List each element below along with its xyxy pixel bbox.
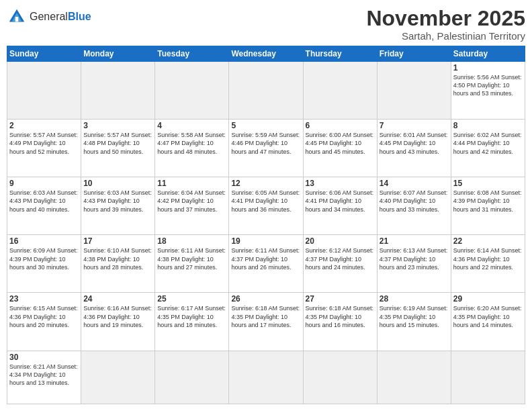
header: GeneralBlue November 2025 Sartah, Palest… xyxy=(7,7,525,42)
day-info: Sunrise: 6:16 AM Sunset: 4:36 PM Dayligh… xyxy=(83,304,152,328)
table-row xyxy=(229,62,303,120)
day-number: 13 xyxy=(306,179,375,188)
day-number: 20 xyxy=(306,236,375,246)
header-friday: Friday xyxy=(377,46,451,62)
table-row xyxy=(81,351,155,404)
day-info: Sunrise: 6:03 AM Sunset: 4:43 PM Dayligh… xyxy=(9,189,79,213)
table-row: 6Sunrise: 6:00 AM Sunset: 4:45 PM Daylig… xyxy=(303,120,377,177)
logo-icon xyxy=(7,7,27,27)
day-info: Sunrise: 6:11 AM Sunset: 4:37 PM Dayligh… xyxy=(231,246,300,271)
day-info: Sunrise: 6:20 AM Sunset: 4:35 PM Dayligh… xyxy=(453,304,523,328)
day-info: Sunrise: 6:07 AM Sunset: 4:40 PM Dayligh… xyxy=(380,189,449,213)
table-row: 29Sunrise: 6:20 AM Sunset: 4:35 PM Dayli… xyxy=(451,293,525,351)
day-number: 14 xyxy=(380,179,449,188)
calendar-table: Sunday Monday Tuesday Wednesday Thursday… xyxy=(7,46,525,404)
day-info: Sunrise: 6:18 AM Sunset: 4:35 PM Dayligh… xyxy=(231,304,300,328)
day-info: Sunrise: 6:02 AM Sunset: 4:44 PM Dayligh… xyxy=(453,131,523,155)
day-number: 6 xyxy=(306,121,375,130)
day-info: Sunrise: 6:12 AM Sunset: 4:37 PM Dayligh… xyxy=(306,246,375,271)
weekday-header-row: Sunday Monday Tuesday Wednesday Thursday… xyxy=(7,46,525,62)
table-row: 7Sunrise: 6:01 AM Sunset: 4:45 PM Daylig… xyxy=(377,120,451,177)
table-row xyxy=(229,351,303,404)
subtitle: Sartah, Palestinian Territory xyxy=(366,30,525,42)
day-number: 30 xyxy=(9,353,79,362)
table-row: 9Sunrise: 6:03 AM Sunset: 4:43 PM Daylig… xyxy=(7,177,81,235)
table-row: 16Sunrise: 6:09 AM Sunset: 4:39 PM Dayli… xyxy=(7,235,81,293)
day-number: 28 xyxy=(380,294,449,304)
day-number: 3 xyxy=(83,121,152,130)
day-info: Sunrise: 6:00 AM Sunset: 4:45 PM Dayligh… xyxy=(306,131,375,155)
table-row: 20Sunrise: 6:12 AM Sunset: 4:37 PM Dayli… xyxy=(303,235,377,293)
table-row: 28Sunrise: 6:19 AM Sunset: 4:35 PM Dayli… xyxy=(377,293,451,351)
day-info: Sunrise: 5:58 AM Sunset: 4:47 PM Dayligh… xyxy=(157,131,226,155)
table-row: 22Sunrise: 6:14 AM Sunset: 4:36 PM Dayli… xyxy=(451,235,525,293)
day-info: Sunrise: 5:57 AM Sunset: 4:49 PM Dayligh… xyxy=(9,131,79,155)
table-row: 11Sunrise: 6:04 AM Sunset: 4:42 PM Dayli… xyxy=(155,177,229,235)
table-row: 24Sunrise: 6:16 AM Sunset: 4:36 PM Dayli… xyxy=(81,293,155,351)
day-number: 2 xyxy=(9,121,79,130)
day-number: 10 xyxy=(83,179,152,188)
table-row: 5Sunrise: 5:59 AM Sunset: 4:46 PM Daylig… xyxy=(229,120,303,177)
day-info: Sunrise: 6:03 AM Sunset: 4:43 PM Dayligh… xyxy=(83,189,152,213)
table-row: 15Sunrise: 6:08 AM Sunset: 4:39 PM Dayli… xyxy=(451,177,525,235)
day-info: Sunrise: 6:01 AM Sunset: 4:45 PM Dayligh… xyxy=(380,131,449,155)
svg-rect-2 xyxy=(15,17,19,22)
day-info: Sunrise: 6:11 AM Sunset: 4:38 PM Dayligh… xyxy=(157,246,226,271)
header-monday: Monday xyxy=(81,46,155,62)
page: GeneralBlue November 2025 Sartah, Palest… xyxy=(0,0,532,411)
day-number: 11 xyxy=(157,179,226,188)
day-number: 27 xyxy=(306,294,375,304)
table-row: 23Sunrise: 6:15 AM Sunset: 4:36 PM Dayli… xyxy=(7,293,81,351)
day-number: 19 xyxy=(231,236,300,246)
day-info: Sunrise: 6:08 AM Sunset: 4:39 PM Dayligh… xyxy=(453,189,523,213)
day-number: 12 xyxy=(231,179,300,188)
day-number: 17 xyxy=(83,236,152,246)
day-number: 18 xyxy=(157,236,226,246)
table-row xyxy=(7,62,81,120)
day-info: Sunrise: 5:56 AM Sunset: 4:50 PM Dayligh… xyxy=(453,73,523,97)
table-row: 13Sunrise: 6:06 AM Sunset: 4:41 PM Dayli… xyxy=(303,177,377,235)
day-number: 15 xyxy=(453,179,523,188)
title-section: November 2025 Sartah, Palestinian Territ… xyxy=(366,7,525,42)
logo-text: GeneralBlue xyxy=(30,11,91,23)
day-number: 5 xyxy=(231,121,300,130)
day-number: 1 xyxy=(453,63,523,73)
table-row xyxy=(303,62,377,120)
day-number: 22 xyxy=(453,236,523,246)
header-wednesday: Wednesday xyxy=(229,46,303,62)
day-info: Sunrise: 6:18 AM Sunset: 4:35 PM Dayligh… xyxy=(306,304,375,328)
table-row: 4Sunrise: 5:58 AM Sunset: 4:47 PM Daylig… xyxy=(155,120,229,177)
day-info: Sunrise: 6:09 AM Sunset: 4:39 PM Dayligh… xyxy=(9,246,79,271)
table-row: 12Sunrise: 6:05 AM Sunset: 4:41 PM Dayli… xyxy=(229,177,303,235)
day-info: Sunrise: 6:05 AM Sunset: 4:41 PM Dayligh… xyxy=(231,189,300,213)
table-row xyxy=(377,62,451,120)
day-info: Sunrise: 6:14 AM Sunset: 4:36 PM Dayligh… xyxy=(453,246,523,271)
day-number: 24 xyxy=(83,294,152,304)
table-row xyxy=(451,351,525,404)
day-info: Sunrise: 6:19 AM Sunset: 4:35 PM Dayligh… xyxy=(380,304,449,328)
day-number: 7 xyxy=(380,121,449,130)
day-info: Sunrise: 6:04 AM Sunset: 4:42 PM Dayligh… xyxy=(157,189,226,213)
table-row: 3Sunrise: 5:57 AM Sunset: 4:48 PM Daylig… xyxy=(81,120,155,177)
day-number: 21 xyxy=(380,236,449,246)
day-number: 25 xyxy=(157,294,226,304)
table-row xyxy=(377,351,451,404)
table-row: 2Sunrise: 5:57 AM Sunset: 4:49 PM Daylig… xyxy=(7,120,81,177)
header-thursday: Thursday xyxy=(303,46,377,62)
table-row: 14Sunrise: 6:07 AM Sunset: 4:40 PM Dayli… xyxy=(377,177,451,235)
day-info: Sunrise: 6:21 AM Sunset: 4:34 PM Dayligh… xyxy=(9,363,79,387)
month-title: November 2025 xyxy=(366,7,525,30)
day-number: 29 xyxy=(453,294,523,304)
table-row: 19Sunrise: 6:11 AM Sunset: 4:37 PM Dayli… xyxy=(229,235,303,293)
day-info: Sunrise: 6:06 AM Sunset: 4:41 PM Dayligh… xyxy=(306,189,375,213)
logo: GeneralBlue xyxy=(7,7,91,27)
table-row xyxy=(81,62,155,120)
table-row xyxy=(155,351,229,404)
table-row: 30Sunrise: 6:21 AM Sunset: 4:34 PM Dayli… xyxy=(7,351,81,404)
table-row: 25Sunrise: 6:17 AM Sunset: 4:35 PM Dayli… xyxy=(155,293,229,351)
day-info: Sunrise: 6:15 AM Sunset: 4:36 PM Dayligh… xyxy=(9,304,79,328)
day-number: 8 xyxy=(453,121,523,130)
day-number: 23 xyxy=(9,294,79,304)
table-row xyxy=(155,62,229,120)
day-info: Sunrise: 5:59 AM Sunset: 4:46 PM Dayligh… xyxy=(231,131,300,155)
